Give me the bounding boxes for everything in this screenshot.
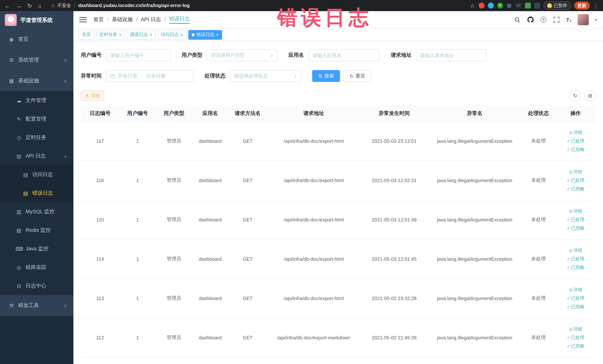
processed-action-link[interactable]: ✓已处理 <box>567 216 584 223</box>
profile-paused-chip[interactable]: 已暂停 <box>543 1 571 10</box>
processed-action-link[interactable]: ✓已处理 <box>567 256 584 262</box>
extension-icon[interactable] <box>534 3 540 9</box>
sidebar-toggle-icon[interactable] <box>79 17 87 23</box>
reset-button[interactable]: ↻ 重置 <box>344 70 371 82</box>
detail-action-link[interactable]: ◎详细 <box>569 286 582 293</box>
breadcrumb-infrastructure[interactable]: 基础设施 <box>112 16 141 23</box>
table-row: 114 1 管理员 dashboard GET /api/infra/db-do… <box>81 239 596 279</box>
sidebar-item-mysql-monitor[interactable]: ▥ MySQL 监控 <box>0 202 73 221</box>
close-icon[interactable]: × <box>216 32 219 37</box>
caret-down-icon[interactable]: ▾ <box>595 18 597 22</box>
browser-chrome: ← → ↻ ⌂ ⚠ 不安全 dashboard.yudao.iocoder.cn… <box>0 0 603 11</box>
sidebar-item-error-logs[interactable]: ▤ 错误日志 <box>0 184 73 202</box>
chevron-up-icon: ∧ <box>64 154 67 158</box>
export-button[interactable]: 导出 <box>81 91 104 101</box>
eye-icon: ◎ <box>569 209 572 213</box>
github-icon[interactable] <box>527 16 534 23</box>
ignored-action-link[interactable]: ✓已忽略 <box>567 304 584 310</box>
breadcrumb-api-logs[interactable]: API 日志 <box>141 16 169 23</box>
user-type-select[interactable]: 请选择用户类型 ∨ <box>207 49 277 61</box>
forward-icon[interactable]: → <box>16 3 22 8</box>
sidebar-item-label: 定时任务 <box>26 134 46 141</box>
bookmark-star-icon[interactable]: ☆ <box>470 3 475 8</box>
extension-icon[interactable] <box>525 3 531 9</box>
close-icon[interactable]: × <box>119 32 122 37</box>
detail-action-link[interactable]: ◎详细 <box>569 326 582 332</box>
sidebar-item-label: 链路追踪 <box>26 264 46 271</box>
refresh-button[interactable]: ↻ <box>570 90 581 101</box>
extension-icon[interactable]: Y <box>497 3 503 9</box>
processed-action-link[interactable]: ✓已处理 <box>567 177 584 183</box>
avatar[interactable] <box>578 14 589 25</box>
extension-on-badge[interactable]: on <box>515 3 522 9</box>
sidebar-item-scheduled-tasks[interactable]: ◷ 定时任务 <box>0 128 73 147</box>
fullscreen-icon[interactable] <box>553 16 560 23</box>
col-user-id: 用户编号 <box>119 106 156 121</box>
extension-icon[interactable] <box>478 3 484 9</box>
app-name-field[interactable] <box>308 49 380 61</box>
close-icon[interactable]: × <box>150 32 152 37</box>
address-bar[interactable]: ⚠ 不安全 dashboard.yudao.iocoder.cn/infra/l… <box>51 2 190 9</box>
tags-view-bar: 首页 定时任务 × 调度日志 × 访问日志 × 错误日志 × <box>73 29 603 41</box>
process-status-select[interactable]: 请选择处理状态 ∨ <box>230 70 301 82</box>
home-icon[interactable]: ⌂ <box>38 3 41 8</box>
back-icon[interactable]: ← <box>4 3 10 8</box>
breadcrumb-home[interactable]: 首页 <box>93 16 112 23</box>
tab-schedule-logs[interactable]: 调度日志 × <box>127 30 156 39</box>
request-url-input[interactable] <box>420 52 482 58</box>
user-id-field[interactable] <box>106 49 171 61</box>
sidebar-item-dev-tools[interactable]: ⚒ 研发工具 ∨ <box>0 295 73 316</box>
user-id-input[interactable] <box>110 52 166 58</box>
processed-action-link[interactable]: ✓已处理 <box>567 295 584 301</box>
sidebar-item-access-logs[interactable]: ▤ 访问日志 <box>0 165 73 184</box>
extension-grid-icon[interactable]: ⊞ <box>506 3 512 9</box>
reload-icon[interactable]: ↻ <box>27 3 32 8</box>
sidebar-item-link-tracing[interactable]: ◎ 链路追踪 <box>0 258 73 277</box>
ignored-action-link[interactable]: ✓已忽略 <box>567 186 584 192</box>
url-text: dashboard.yudao.iocoder.cn/infra/log/api… <box>78 3 190 8</box>
sidebar-item-api-logs[interactable]: ▤ API 日志 ∧ <box>0 147 73 165</box>
ignored-action-link[interactable]: ✓已忽略 <box>567 146 584 153</box>
sidebar-item-file-management[interactable]: ☁ 文件管理 <box>0 91 73 110</box>
detail-action-link[interactable]: ◎详细 <box>569 247 582 254</box>
search-button[interactable]: 搜索 <box>312 70 340 82</box>
app-name-input[interactable] <box>313 52 376 58</box>
sidebar-item-home[interactable]: ◉ 首页 <box>0 29 73 50</box>
detail-action-link[interactable]: ◎详细 <box>569 208 582 214</box>
table-row: 116 1 管理员 dashboard GET /api/infra/db-do… <box>81 161 596 200</box>
exception-time-range-picker[interactable]: 开始日期 - 结束日期 <box>106 70 194 82</box>
col-request-url: 请求地址 <box>267 106 360 121</box>
ignored-action-link[interactable]: ✓已忽略 <box>567 264 584 270</box>
sidebar-item-infrastructure[interactable]: ▦ 基础设施 ∧ <box>0 70 73 91</box>
extension-icon[interactable] <box>488 3 494 9</box>
sidebar-item-redis-monitor[interactable]: ▨ Redis 监控 <box>0 221 73 240</box>
chrome-update-chip[interactable]: 更新 <box>574 1 590 10</box>
close-icon[interactable]: × <box>181 32 183 37</box>
ignored-action-link[interactable]: ✓已忽略 <box>567 225 584 231</box>
sidebar-item-java-monitor[interactable]: ⌨ Java 监控 <box>0 240 73 258</box>
edit-icon: ✎ <box>16 116 22 122</box>
processed-action-link[interactable]: ✓已处理 <box>567 138 584 144</box>
sidebar-item-config-management[interactable]: ✎ 配置管理 <box>0 110 73 128</box>
detail-action-link[interactable]: ◎详细 <box>569 169 582 175</box>
table-row: 113 1 管理员 dashboard GET /api/infra/db-do… <box>81 279 596 318</box>
processed-action-link[interactable]: ✓已处理 <box>567 334 584 341</box>
font-size-icon[interactable]: TT <box>566 16 571 23</box>
column-settings-button[interactable]: ⊞ <box>584 90 596 101</box>
request-url-field[interactable] <box>416 49 487 61</box>
sidebar-item-log-center[interactable]: ⊟ 日志中心 <box>0 277 73 295</box>
detail-action-link[interactable]: ◎详细 <box>569 129 582 136</box>
app-logo[interactable]: 芋道管理系统 <box>0 11 73 29</box>
ignored-action-link[interactable]: ✓已忽略 <box>567 343 584 349</box>
tab-home[interactable]: 首页 <box>79 30 94 39</box>
sidebar-item-system-management[interactable]: ⚙ 系统管理 ∨ <box>0 50 73 70</box>
help-icon[interactable]: ? <box>540 16 547 23</box>
tab-scheduled-tasks[interactable]: 定时任务 × <box>96 30 125 39</box>
check-icon: ✓ <box>567 344 570 348</box>
document-icon: ▤ <box>16 153 22 159</box>
kebab-menu-icon[interactable]: ⋮ <box>593 3 599 8</box>
search-icon[interactable] <box>514 16 521 23</box>
tab-access-logs[interactable]: 访问日志 × <box>158 30 186 39</box>
chevron-down-icon: ∨ <box>64 304 67 308</box>
tab-error-logs[interactable]: 错误日志 × <box>188 30 222 39</box>
